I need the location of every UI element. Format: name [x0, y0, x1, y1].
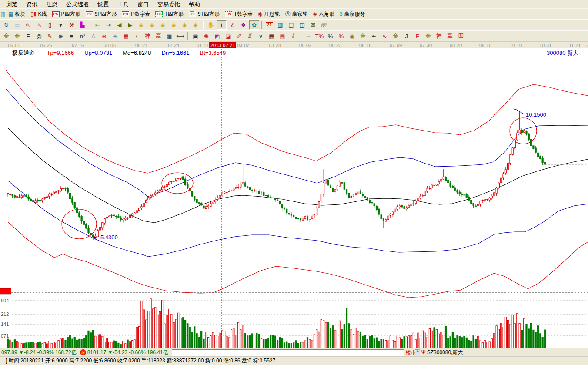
ray-fan-icon[interactable]: ✺ [201, 32, 211, 41]
fan-box-red-icon[interactable]: ◪ [223, 32, 233, 41]
brush-icon[interactable]: ✒ [369, 32, 379, 41]
p-table-button[interactable]: PNP数字表 [120, 10, 152, 18]
scale-bars-icon[interactable]: ≣ [304, 32, 314, 41]
ying-tool-icon[interactable]: 赢 [154, 32, 164, 41]
menu-item-6[interactable]: 窗口 [133, 0, 153, 9]
date-axis[interactable]: 2013-02-21 06-0106-2507-1608-0608-2712-2… [0, 42, 588, 48]
pen-grid-icon[interactable]: ✎ [45, 32, 55, 41]
gann-tool-icon[interactable]: ⚒ [67, 20, 77, 30]
blocks-button[interactable]: ▦板块 [6, 10, 27, 18]
gold2-angle-icon[interactable]: 金 [423, 32, 433, 41]
gold-channel2-icon[interactable]: 金 [12, 32, 22, 41]
gann-fan-icon[interactable]: ❖ [238, 20, 248, 30]
clipped-icon[interactable]: ▦ [1, 10, 5, 19]
spiral-icon[interactable]: @ [34, 32, 44, 41]
gold-angle-icon[interactable]: 金 [391, 32, 401, 41]
dropdown-arrow-icon[interactable]: ▾ [56, 20, 66, 30]
9p-square-button[interactable]: P99P四方形 [84, 10, 119, 18]
dense-grid-icon[interactable]: ▩ [164, 32, 174, 41]
fibo-ruler-icon[interactable]: F [23, 32, 33, 41]
percent-icon[interactable]: % [325, 32, 335, 41]
zigzag-icon[interactable]: ∨ [256, 32, 266, 41]
percent-line-icon[interactable]: % [336, 32, 346, 41]
red-grid-icon[interactable]: ▦ [121, 32, 131, 41]
n2-grid-icon[interactable]: n² [77, 32, 87, 41]
bars-9-icon[interactable]: ılı₉ [34, 20, 44, 30]
j-angle-icon[interactable]: J [401, 32, 411, 41]
snowflake-icon[interactable]: ✳ [110, 32, 120, 41]
kline-button[interactable]: ▯▮K线 [28, 10, 49, 18]
diamond-compress-icon[interactable]: ◈ [158, 20, 168, 30]
menu-item-7[interactable]: 交易委托 [153, 0, 184, 9]
diamond-right-icon[interactable]: ◈ [147, 20, 157, 30]
hexagon-button[interactable]: ◈六角形 [311, 10, 336, 18]
ying-angle-icon[interactable]: 赢 [445, 32, 455, 41]
wave-red-icon[interactable]: ∿ [380, 32, 390, 41]
parallel-icon[interactable]: ⫽ [288, 32, 298, 41]
candle-icon[interactable]: ▯ [45, 20, 55, 30]
quick-search-input[interactable] [172, 349, 404, 356]
p-square-button[interactable]: PSP四方形 [50, 10, 83, 18]
menu-item-4[interactable]: 设置 [93, 0, 113, 9]
diamond-expand-icon[interactable]: ◈ [169, 20, 179, 30]
date-tick-label: 08-06 [104, 43, 116, 48]
menu-item-0[interactable]: 浏览 [2, 0, 22, 9]
fan-box-purple-icon[interactable]: ◩ [212, 32, 222, 41]
next-bar-icon[interactable]: ▶ [125, 20, 135, 30]
hspan-icon[interactable]: ⟷ [175, 32, 185, 41]
diamond-star-icon[interactable]: ◈ [180, 20, 190, 30]
refresh-icon[interactable]: ↻ [1, 20, 11, 30]
candlestick-chart[interactable]: 10.15005.4300 [0, 48, 588, 348]
diamond-left-icon[interactable]: ◈ [136, 20, 146, 30]
gann-wheel-button[interactable]: ◉江恩轮 [256, 10, 282, 18]
select-box-icon[interactable]: ▣ [190, 32, 200, 41]
diamond-cross-icon[interactable]: ◈ [190, 20, 200, 30]
winner-wheel-button[interactable]: Ⓑ赢家轮 [283, 10, 310, 18]
hand-tool-icon[interactable]: ✋ [206, 20, 216, 30]
prev-bar-icon[interactable]: ◀ [114, 20, 124, 30]
bars-3-icon[interactable]: ılı₃ [23, 20, 33, 30]
grid-dark-icon[interactable]: ▦ [267, 32, 277, 41]
menu-item-3[interactable]: 公式选股 [62, 0, 93, 9]
trend-lines-icon[interactable]: ⫻ [245, 32, 255, 41]
spinner-control[interactable]: ⇅ [415, 349, 420, 355]
mail-globe-icon[interactable]: ✉ [308, 20, 318, 30]
gold-line-icon[interactable]: 金 [358, 32, 368, 41]
gold-circle-icon[interactable]: ◉ [347, 32, 357, 41]
list-icon[interactable]: ☰ [12, 20, 22, 30]
calendar-icon[interactable]: 21 [264, 20, 274, 30]
t-table-button[interactable]: TNT数字表 [223, 10, 255, 18]
menu-item-2[interactable]: 江恩 [42, 0, 62, 9]
mirror-icon[interactable]: A [88, 32, 98, 41]
crosshair-tool-icon[interactable]: + [217, 20, 227, 30]
remote-pc-icon[interactable]: ☏ [319, 20, 329, 30]
angle-mark-icon[interactable]: ⟨ [132, 32, 142, 41]
wave-tool-icon[interactable]: ✿ [249, 20, 259, 30]
comb-scale-icon[interactable]: ≡ [67, 32, 77, 41]
winner-service-button[interactable]: $赢家服务 [337, 10, 368, 18]
angle-tool-icon[interactable]: ∠ [227, 20, 237, 30]
9t-square-button[interactable]: T99T四方形 [187, 10, 222, 18]
percent-wave-icon[interactable]: T% [314, 32, 324, 41]
menu-item-5[interactable]: 工具 [113, 0, 133, 9]
menu-item-1[interactable]: 资讯 [22, 0, 42, 9]
shen-tool-icon[interactable]: 神 [143, 32, 153, 41]
last-bar-icon[interactable]: ⇥ [104, 20, 114, 30]
note-icon[interactable]: ▤ [286, 20, 296, 30]
si-angle-icon[interactable]: 四 [456, 32, 466, 41]
chart-area[interactable]: 10.15005.4300 极反通道 Tp=9.1666Up=8.0731Md=… [0, 48, 588, 348]
calculator-icon[interactable]: ▦ [275, 20, 285, 30]
histogram-icon[interactable]: ▙ [77, 20, 87, 30]
target-icon[interactable]: ⊕ [99, 32, 109, 41]
f-angle-icon[interactable]: F [412, 32, 422, 41]
t-square-button[interactable]: TST四方形 [153, 10, 185, 18]
grid-red2-icon[interactable]: ▦ [277, 32, 287, 41]
pen-fan-icon[interactable]: ✐ [234, 32, 244, 41]
save-icon[interactable]: ◫ [297, 20, 307, 30]
shen-angle-icon[interactable]: 神 [434, 32, 444, 41]
menu-item-8[interactable]: 帮助 [184, 0, 204, 9]
first-bar-icon[interactable]: ⇤ [93, 20, 103, 30]
cycle-circle-icon[interactable]: ⊕ [56, 32, 66, 41]
news-link[interactable]: 楼市 [406, 349, 415, 356]
gold-channel-icon[interactable]: 金 [1, 32, 11, 41]
